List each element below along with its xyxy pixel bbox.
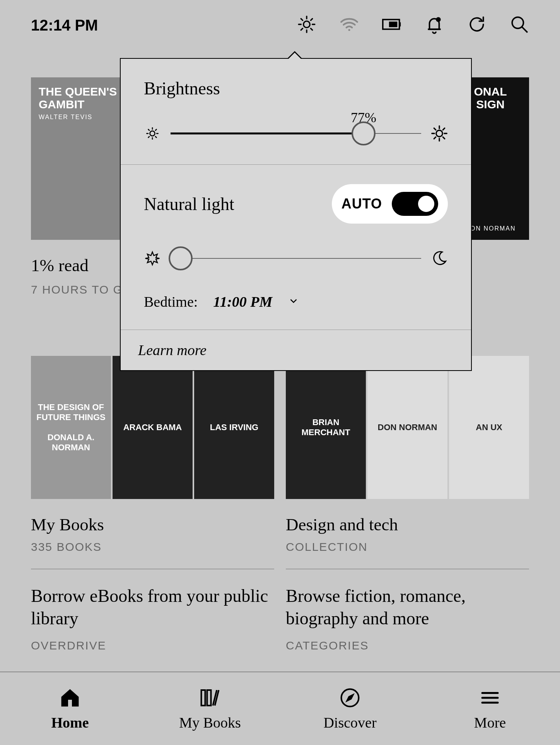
svg-point-16 [150,131,155,136]
slider-thumb[interactable] [352,121,376,145]
sun-outline-icon [144,250,161,267]
natural-light-title: Natural light [144,194,234,214]
svg-marker-34 [145,252,160,265]
svg-line-23 [149,137,150,138]
brightness-low-icon [144,125,161,142]
auto-toggle-pill[interactable]: AUTO [332,184,448,224]
toggle-knob [417,194,436,214]
chevron-down-icon [288,293,299,310]
auto-label: AUTO [341,196,382,212]
brightness-high-icon [431,125,448,142]
natural-light-section: Natural light AUTO Bedtime: 11:00 PM [121,165,471,330]
bedtime-time: 11:00 PM [213,293,272,310]
bedtime-label: Bedtime: [144,293,198,310]
svg-line-30 [434,128,436,130]
svg-line-22 [155,137,157,138]
slider-thumb[interactable] [169,246,193,270]
svg-line-33 [443,128,445,130]
auto-toggle[interactable] [392,192,438,216]
svg-line-24 [155,130,157,131]
natural-light-slider[interactable] [171,247,421,270]
brightness-slider[interactable]: 77% [171,122,421,145]
bedtime-selector[interactable]: Bedtime: 11:00 PM [144,293,448,310]
moon-icon [431,250,448,267]
svg-point-25 [436,130,443,137]
brightness-title: Brightness [144,78,448,99]
svg-line-32 [434,137,436,139]
learn-more-link[interactable]: Learn more [138,342,207,358]
brightness-popover: Brightness 77% Natural light AUTO [120,58,472,371]
brightness-section: Brightness 77% [121,59,471,165]
svg-line-31 [443,137,445,139]
svg-line-21 [149,130,150,131]
learn-more-section: Learn more [121,330,471,370]
